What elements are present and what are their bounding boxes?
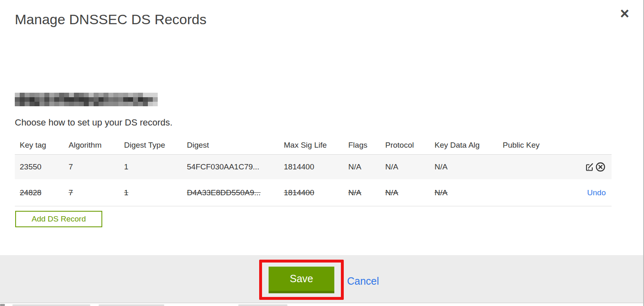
col-header-key-data-alg: Key Data Alg <box>430 141 498 150</box>
table-header-row: Key tag Algorithm Digest Type Digest Max… <box>15 136 612 154</box>
annotation-highlight-box: Save <box>259 260 344 300</box>
cancel-link[interactable]: Cancel <box>347 275 379 287</box>
background-text-smudge <box>99 304 164 306</box>
background-text-smudge <box>238 304 288 306</box>
cell-key-data-alg: N/A <box>430 162 498 171</box>
cell-key-data-alg: N/A <box>430 188 498 197</box>
close-icon: × <box>620 5 629 22</box>
row-actions <box>562 162 612 172</box>
background-page-edge <box>0 304 643 306</box>
cell-protocol: N/A <box>380 188 430 197</box>
modal-footer: Save Cancel <box>0 255 643 303</box>
background-text-smudge <box>12 304 90 306</box>
circle-x-icon <box>595 162 606 172</box>
col-header-digest: Digest <box>182 141 279 150</box>
cell-digest-type: 1 <box>119 188 182 197</box>
ds-records-table: Key tag Algorithm Digest Type Digest Max… <box>15 136 612 206</box>
cell-digest-type: 1 <box>119 162 182 171</box>
col-header-algorithm: Algorithm <box>64 141 119 150</box>
cell-protocol: N/A <box>380 162 430 171</box>
cell-max-sig-life: 1814400 <box>279 188 343 197</box>
table-row-deleted: 24828 7 1 D4A33E8DD550A9... 1814400 N/A … <box>15 179 612 206</box>
cell-algorithm: 7 <box>64 162 119 171</box>
domain-name-redacted <box>15 93 158 106</box>
edit-record-button[interactable] <box>584 162 595 172</box>
cell-algorithm: 7 <box>64 188 119 197</box>
close-button[interactable]: × <box>620 6 629 21</box>
dnssec-modal: { "modal": { "title": "Manage DNSSEC DS … <box>0 0 644 306</box>
edit-square-icon <box>584 162 594 172</box>
col-header-flags: Flags <box>343 141 380 150</box>
add-ds-record-button[interactable]: Add DS Record <box>15 211 102 227</box>
col-header-public-key: Public Key <box>498 141 562 150</box>
page-title: Manage DNSSEC DS Records <box>15 11 207 27</box>
col-header-max-sig-life: Max Sig Life <box>279 141 343 150</box>
col-header-digest-type: Digest Type <box>119 141 182 150</box>
table-row: 23550 7 1 54FCF030AA1C79... 1814400 N/A … <box>15 154 612 179</box>
cell-digest: D4A33E8DD550A9... <box>182 188 279 197</box>
cell-flags: N/A <box>343 162 380 171</box>
undo-link[interactable]: Undo <box>587 188 606 197</box>
cell-key-tag: 23550 <box>15 162 64 171</box>
instructions-text: Choose how to set up your DS records. <box>15 117 172 128</box>
cell-digest: 54FCF030AA1C79... <box>182 162 279 171</box>
row-actions: Undo <box>562 188 612 197</box>
cell-flags: N/A <box>343 188 380 197</box>
save-button[interactable]: Save <box>269 267 334 293</box>
delete-record-button[interactable] <box>595 162 606 172</box>
col-header-key-tag: Key tag <box>15 141 64 150</box>
cell-key-tag: 24828 <box>15 188 64 197</box>
background-text-smudge <box>0 304 5 306</box>
cell-max-sig-life: 1814400 <box>279 162 343 171</box>
col-header-protocol: Protocol <box>380 141 430 150</box>
